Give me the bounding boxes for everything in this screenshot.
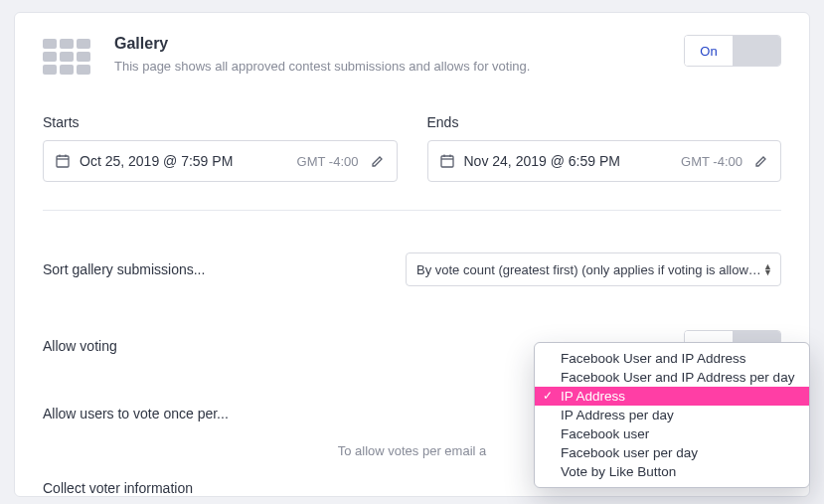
calendar-icon [56,154,70,168]
edit-icon[interactable] [371,154,385,168]
starts-label: Starts [43,114,398,130]
gallery-grid-icon [43,39,90,75]
dropdown-option[interactable]: Facebook User and IP Address [535,349,809,368]
dropdown-option[interactable]: Facebook User and IP Address per day [535,368,809,387]
calendar-icon [440,154,454,168]
toggle-on-label: On [685,36,733,66]
collect-voter-label: Collect voter information [43,480,193,496]
ends-tz: GMT -4:00 [681,154,742,169]
card-header: Gallery This page shows all approved con… [15,13,809,75]
sort-label: Sort gallery submissions... [43,261,205,277]
select-caret-icon: ▲▼ [763,263,772,275]
dropdown-option-selected[interactable]: IP Address [535,387,809,406]
page-subtitle: This page shows all approved contest sub… [114,59,530,74]
svg-rect-4 [441,156,453,167]
ends-label: Ends [427,114,782,130]
dropdown-option[interactable]: Vote by Like Button [535,462,809,481]
sort-row: Sort gallery submissions... By vote coun… [15,252,809,286]
section-divider [43,210,781,211]
dropdown-option[interactable]: IP Address per day [535,406,809,424]
page-title: Gallery [114,35,530,53]
dropdown-option[interactable]: Facebook user per day [535,443,809,462]
date-range-row: Starts Oct 25, 2019 @ 7:59 PM GMT -4:00 … [15,75,809,182]
starts-value: Oct 25, 2019 @ 7:59 PM [80,153,297,169]
sort-value: By vote count (greatest first) (only app… [416,262,763,277]
starts-tz: GMT -4:00 [297,154,359,169]
toggle-off-side [733,36,780,66]
ends-column: Ends Nov 24, 2019 @ 6:59 PM GMT -4:00 [427,114,782,182]
gallery-enabled-toggle[interactable]: On [684,35,781,67]
ends-input[interactable]: Nov 24, 2019 @ 6:59 PM GMT -4:00 [427,140,782,182]
dropdown-option[interactable]: Facebook user [535,424,809,443]
starts-input[interactable]: Oct 25, 2019 @ 7:59 PM GMT -4:00 [43,140,398,182]
edit-icon[interactable] [754,154,768,168]
starts-column: Starts Oct 25, 2019 @ 7:59 PM GMT -4:00 [43,114,398,182]
ends-value: Nov 24, 2019 @ 6:59 PM [464,153,682,169]
vote-once-dropdown[interactable]: Facebook User and IP Address Facebook Us… [534,342,810,488]
allow-voting-label: Allow voting [43,338,117,354]
svg-rect-0 [57,156,69,167]
header-text: Gallery This page shows all approved con… [114,35,530,74]
vote-once-label: Allow users to vote once per... [43,406,229,421]
sort-select[interactable]: By vote count (greatest first) (only app… [406,252,781,286]
